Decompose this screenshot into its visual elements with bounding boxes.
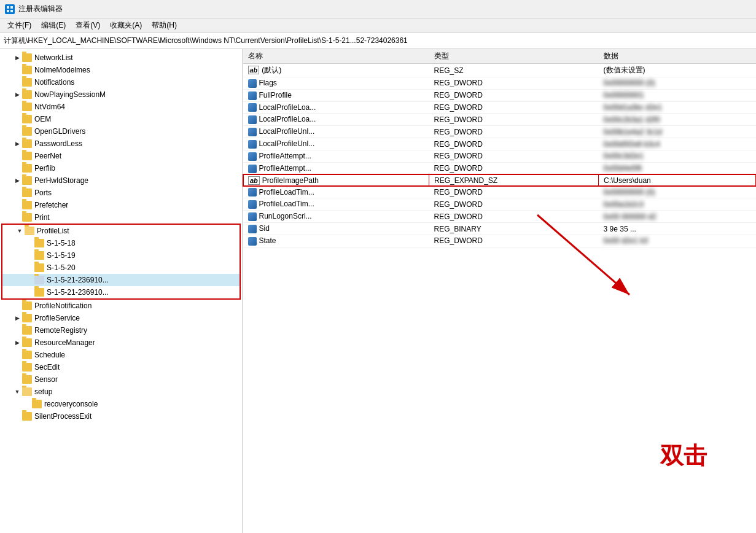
reg-data: 0x00d4e5f6 — [599, 162, 756, 174]
table-row[interactable]: LocalProfileUnl... REG_DWORD 0x00b1e4a2 … — [243, 126, 756, 138]
reg-name: LocalProfileLoa... — [243, 114, 429, 126]
folder-icon — [22, 127, 32, 136]
menu-edit[interactable]: 编辑(E) — [36, 19, 71, 32]
tree-item-s-1-5-20[interactable]: S-1-5-20 — [2, 262, 240, 274]
folder-icon — [34, 239, 44, 247]
table-row[interactable]: ProfileLoadTim... REG_DWORD 0x00a1b2c3 — [243, 198, 756, 211]
tree-item-profileservice[interactable]: ProfileService — [0, 312, 242, 324]
table-row[interactable]: LocalProfileLoa... REG_DWORD 0x00d1a3bc … — [243, 101, 756, 114]
tree-item-resourcemanager[interactable]: ResourceManager — [0, 337, 242, 349]
tree-label: Print — [34, 213, 50, 222]
folder-icon — [22, 176, 32, 185]
tree-item-ntvdm64[interactable]: NtVdm64 — [0, 101, 242, 113]
folder-icon — [34, 276, 44, 284]
tree-item-print[interactable]: Print — [0, 211, 242, 224]
reg-name: abProfileImagePath — [243, 174, 429, 186]
tree-item-s-1-5-21-second[interactable]: S-1-5-21-236910... — [2, 286, 240, 298]
tree-label: Notifications — [34, 78, 74, 87]
tree-item-ports[interactable]: Ports — [0, 187, 242, 199]
menu-file[interactable]: 文件(F) — [2, 19, 36, 32]
tree-item-setup[interactable]: setup — [0, 386, 242, 398]
tree-item-peernet[interactable]: PeerNet — [0, 150, 242, 162]
reg-data: C:\Users\duan — [599, 174, 756, 186]
expand-arrow[interactable] — [12, 139, 22, 149]
tree-item-s-1-5-19[interactable]: S-1-5-19 — [2, 249, 240, 262]
reg-type: REG_EXPAND_SZ — [429, 174, 599, 186]
menu-favorites[interactable]: 收藏夹(A) — [105, 19, 147, 32]
tree-item-s-1-5-21-selected[interactable]: S-1-5-21-236910... — [2, 274, 240, 286]
expand-arrow — [12, 163, 22, 173]
svg-rect-1 — [10, 6, 13, 9]
expand-arrow — [12, 362, 22, 372]
expand-arrow — [25, 263, 34, 273]
tree-item-s-1-5-18[interactable]: S-1-5-18 — [2, 237, 240, 249]
tree-label: S-1-5-19 — [47, 251, 76, 260]
reg-data: 0x00000000 (0) — [599, 186, 756, 198]
menu-help[interactable]: 帮助(H) — [147, 19, 182, 32]
reg-name: FullProfile — [243, 89, 429, 101]
reg-type: REG_BINARY — [429, 223, 599, 235]
expand-arrow — [12, 301, 22, 311]
tree-item-prefetcher[interactable]: Prefetcher — [0, 199, 242, 211]
folder-icon — [22, 363, 32, 372]
reg-type: REG_DWORD — [429, 211, 599, 223]
title-bar-text: 注册表编辑器 — [18, 4, 63, 14]
expand-arrow[interactable] — [12, 338, 22, 348]
tree-item-perflib[interactable]: Perflib — [0, 162, 242, 174]
tree-item-oem[interactable]: OEM — [0, 113, 242, 125]
reg-data: 3 9e 35 ... — [599, 223, 756, 235]
tree-item-noimemodelmes[interactable]: NoImeModelmes — [0, 64, 242, 76]
table-row[interactable]: Sid REG_BINARY 3 9e 35 ... — [243, 223, 756, 235]
tree-item-recoveryconsole[interactable]: recoveryconsole — [0, 398, 242, 410]
expand-arrow[interactable] — [12, 53, 22, 63]
tree-item-silentprocessexit[interactable]: SilentProcessExit — [0, 410, 242, 422]
tree-item-schedule[interactable]: Schedule — [0, 349, 242, 361]
tree-item-profilelist[interactable]: ProfileList — [2, 225, 240, 237]
tree-item-notifications[interactable]: Notifications — [0, 76, 242, 88]
reg-data: 0x00d5f2e8 b3c4 — [599, 138, 756, 150]
reg-name: Sid — [243, 223, 429, 235]
folder-icon — [22, 103, 32, 111]
table-row[interactable]: RunLogonScri... REG_DWORD 0x00 000000 d2 — [243, 211, 756, 223]
tree-item-networklist[interactable]: NetworkList — [0, 52, 242, 64]
expand-arrow[interactable] — [15, 226, 25, 236]
expand-arrow[interactable] — [12, 176, 22, 185]
table-row[interactable]: LocalProfileUnl... REG_DWORD 0x00d5f2e8 … — [243, 138, 756, 150]
tree-item-remoteregistry[interactable]: RemoteRegistry — [0, 324, 242, 337]
tree-label: recoveryconsole — [44, 400, 98, 408]
tree-item-opengldrivers[interactable]: OpenGLDrivers — [0, 125, 242, 138]
tree-item-secedit[interactable]: SecEdit — [0, 361, 242, 373]
folder-icon — [22, 213, 32, 222]
tree-label: PerHwIdStorage — [34, 176, 88, 185]
reg-type: REG_SZ — [429, 64, 599, 77]
expand-arrow — [12, 77, 22, 87]
tree-item-nowplayingsession[interactable]: NowPlayingSessionM — [0, 88, 242, 101]
expand-arrow[interactable] — [12, 90, 22, 99]
table-row[interactable]: ProfileAttempt... REG_DWORD 0x00d4e5f6 — [243, 162, 756, 174]
table-row[interactable]: ab(默认) REG_SZ (数值未设置) — [243, 64, 756, 77]
tree-panel[interactable]: NetworkList NoImeModelmes Notifications … — [0, 49, 243, 533]
menu-view[interactable]: 查看(V) — [71, 19, 105, 32]
table-row[interactable]: LocalProfileLoa... REG_DWORD 0x00c2b3a1 … — [243, 114, 756, 126]
folder-icon — [22, 314, 32, 322]
table-row[interactable]: Flags REG_DWORD 0x00000000 (0) — [243, 77, 756, 90]
col-header-type: 类型 — [429, 49, 599, 64]
expand-arrow[interactable] — [12, 313, 22, 323]
tree-item-profilenotification[interactable]: ProfileNotification — [0, 300, 242, 312]
tree-label: Schedule — [34, 351, 65, 359]
table-row[interactable]: FullProfile REG_DWORD 0x00000001 — [243, 89, 756, 101]
table-row[interactable]: ProfileLoadTim... REG_DWORD 0x00000000 (… — [243, 186, 756, 198]
expand-arrow[interactable] — [12, 387, 22, 397]
tree-label: ProfileService — [34, 314, 80, 322]
tree-item-passwordless[interactable]: PasswordLess — [0, 138, 242, 150]
right-panel: 名称 类型 数据 ab(默认) REG_SZ (数值未设置) — [243, 49, 756, 533]
tree-item-perhwidstorage[interactable]: PerHwIdStorage — [0, 174, 242, 187]
reg-type: REG_DWORD — [429, 186, 599, 198]
table-row-profileimagepath[interactable]: abProfileImagePath REG_EXPAND_SZ C:\User… — [243, 174, 756, 186]
reg-name: ProfileAttempt... — [243, 150, 429, 162]
table-row[interactable]: State REG_DWORD 0x00 d2e1 b3 — [243, 235, 756, 247]
tree-item-sensor[interactable]: Sensor — [0, 373, 242, 386]
reg-type: REG_DWORD — [429, 101, 599, 114]
table-row[interactable]: ProfileAttempt... REG_DWORD 0x00c3d2e1 — [243, 150, 756, 162]
tree-label: setup — [34, 387, 52, 396]
